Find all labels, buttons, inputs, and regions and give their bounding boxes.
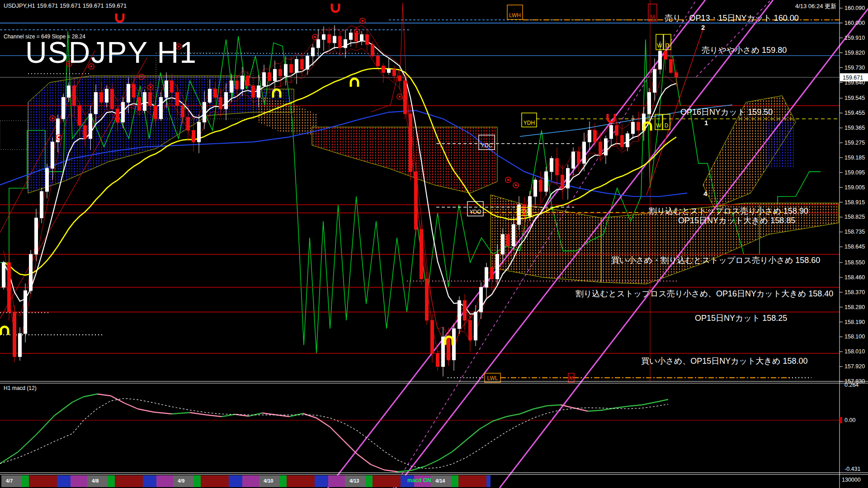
- channel-info-label: Channel size = 649 Slope = 28.24: [4, 33, 85, 40]
- order-annotation: 買い小さめ・割り込むとストップロス売り小さめ 158.60: [611, 255, 820, 266]
- session-strip-segment: [373, 475, 401, 487]
- candle-body: [366, 34, 369, 44]
- price-tick-label: 158.370: [844, 289, 865, 296]
- symbol-watermark: USDJPY H1: [25, 35, 197, 70]
- candle-body: [122, 102, 125, 122]
- candle-body: [203, 102, 206, 122]
- candle-body: [225, 92, 228, 109]
- candle-body: [214, 89, 217, 97]
- macd-main-line: [574, 408, 588, 411]
- macd-main-line: [371, 465, 384, 470]
- macd-main-line: [72, 397, 84, 402]
- chart-canvas[interactable]: LWHMWDYDHWDYDCYDOYDLLWLM160.090160.00015…: [0, 0, 868, 488]
- channel-number-label: 4: [703, 190, 707, 197]
- candle-body: [170, 81, 174, 93]
- channel-number-label: 2: [701, 23, 705, 31]
- candle-body: [290, 64, 293, 72]
- candle-body: [431, 320, 434, 353]
- candle-body: [149, 92, 152, 105]
- candle-body: [387, 69, 391, 72]
- candle-body: [458, 300, 461, 328]
- candle-body: [78, 106, 81, 126]
- candle-body: [111, 89, 114, 109]
- candle-body: [491, 267, 494, 279]
- candle-body: [339, 36, 342, 48]
- candle-body: [263, 73, 266, 86]
- candle-body: [621, 135, 624, 147]
- date-axis-label: 4/10: [264, 478, 273, 483]
- price-tick-label: 158.100: [844, 333, 865, 340]
- ichimoku-cloud: [766, 122, 796, 168]
- candle-body: [501, 235, 505, 254]
- yellow-up-signal-icon: [351, 79, 358, 87]
- ichimoku-cloud: [312, 127, 497, 193]
- pivot-box-label: LWL: [487, 375, 498, 381]
- candle-body: [35, 218, 38, 254]
- macd-main-line: [138, 409, 154, 412]
- session-strip-segment: [201, 475, 229, 487]
- order-annotation: 割り込むとストップロス売り小さめ、OP16日NYカット大きめ 158.40: [576, 288, 833, 299]
- candle-body: [474, 312, 477, 340]
- candle-body: [89, 114, 92, 139]
- session-strip-segment: [315, 475, 328, 487]
- candle-body: [306, 56, 309, 69]
- candle-body: [675, 73, 678, 78]
- candle-body: [550, 159, 553, 172]
- yellow-up-signal-icon: [1, 327, 8, 335]
- candle-body: [425, 279, 429, 320]
- candle-body: [160, 97, 163, 119]
- candle-body: [409, 114, 412, 172]
- date-axis-label: 4/9: [178, 478, 184, 483]
- macd-main-line: [357, 454, 371, 465]
- macd-main-line: [303, 413, 316, 418]
- macd-main-line: [0, 452, 18, 464]
- candle-body: [637, 122, 640, 130]
- candle-body: [105, 89, 108, 102]
- candle-body: [599, 142, 602, 155]
- pivot-box-label: M: [651, 14, 655, 20]
- candle-body: [653, 69, 656, 92]
- price-tick-label: 159.820: [844, 50, 865, 56]
- macd-main-line: [452, 441, 466, 452]
- session-strip-segment: [71, 475, 87, 487]
- macd-main-line: [222, 414, 235, 417]
- date-axis-label: 4/13: [349, 478, 359, 483]
- candle-body: [382, 66, 385, 73]
- macd-main-line: [124, 403, 138, 409]
- macd-main-line: [479, 421, 493, 429]
- candle-body: [670, 59, 673, 72]
- candle-body: [246, 76, 250, 86]
- candle-body: [566, 169, 570, 188]
- candle-body: [127, 84, 130, 102]
- candle-body: [138, 97, 141, 110]
- macd-main-line: [520, 409, 533, 414]
- pivot-box-label: LWH: [509, 12, 521, 19]
- price-tick-label: 158.735: [844, 229, 865, 235]
- candle-body: [469, 320, 472, 340]
- candle-body: [274, 69, 277, 81]
- candle-body: [84, 126, 87, 139]
- order-annotation: 買い小さめ、OP15日NYカット大きめ 158.00: [641, 356, 807, 366]
- macd-tick-label: 0.264: [844, 382, 859, 388]
- pivot-box-label: YDC: [481, 142, 493, 149]
- macd-main-line: [206, 415, 222, 417]
- macd-on-toggle-label[interactable]: macd ON: [407, 477, 431, 483]
- macd-main-line: [384, 470, 398, 472]
- candle-body: [512, 225, 515, 246]
- macd-main-line: [642, 402, 656, 405]
- candle-body: [317, 39, 320, 47]
- candle-body: [29, 254, 33, 291]
- price-tick-label: 159.365: [844, 125, 865, 131]
- candle-body: [241, 76, 244, 89]
- pivot-box-label: W: [657, 42, 662, 49]
- candle-body: [236, 81, 239, 89]
- red-down-signal-icon: [332, 4, 339, 12]
- candle-body: [116, 109, 119, 122]
- last-updated-label: 4/13 06:24 更新: [795, 2, 836, 10]
- candle-body: [463, 300, 467, 320]
- candle-body: [311, 48, 315, 56]
- candle-body: [19, 333, 22, 357]
- macd-main-line: [344, 441, 357, 454]
- candle-body: [301, 59, 304, 69]
- session-strip-segment: [458, 475, 486, 487]
